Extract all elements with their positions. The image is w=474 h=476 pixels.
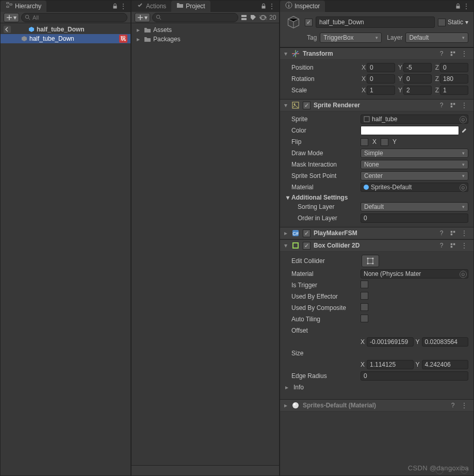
scene-row[interactable]: half_tube_Down — [1, 25, 130, 34]
project-folder-row[interactable]: ▸ Assets — [132, 25, 279, 35]
kebab-icon[interactable]: ⋮ — [460, 229, 468, 237]
help-icon[interactable]: ? — [437, 229, 446, 237]
help-icon[interactable]: ? — [437, 101, 446, 109]
fold-arrow-icon[interactable]: ▸ — [283, 402, 288, 409]
fold-arrow-icon[interactable]: ▾ — [283, 102, 288, 109]
hidden-eye-icon[interactable] — [259, 13, 267, 22]
filter-label-icon[interactable] — [250, 13, 257, 22]
position-y-field[interactable]: -5 — [403, 63, 432, 72]
fold-arrow-icon[interactable]: ▾ — [286, 194, 289, 201]
svg-rect-3 — [241, 18, 247, 20]
sortpoint-dropdown[interactable]: Center▾ — [361, 171, 468, 180]
fold-arrow-icon[interactable]: ▸ — [285, 384, 290, 391]
hierarchy-item[interactable]: half_tube_Down 玩 — [1, 34, 130, 43]
object-picker-icon[interactable]: ⊙ — [460, 271, 467, 278]
presets-icon[interactable] — [449, 101, 457, 109]
size-y-field[interactable]: 4.242406 — [422, 360, 468, 369]
active-checkbox[interactable] — [305, 19, 313, 26]
rotation-x-field[interactable]: 0 — [367, 74, 395, 84]
object-picker-icon[interactable]: ⊙ — [460, 184, 467, 191]
actions-tab[interactable]: Actions — [132, 1, 171, 12]
color-field[interactable] — [361, 126, 459, 135]
gameobject-name-field[interactable]: half_tube_Down — [316, 17, 435, 28]
orderinlayer-field[interactable]: 0 — [361, 214, 468, 223]
offset-y-field[interactable]: 0.02083564 — [422, 337, 468, 347]
presets-icon[interactable] — [449, 241, 457, 250]
scale-z-field[interactable]: 1 — [440, 86, 468, 95]
fold-arrow-icon[interactable]: ▸ — [137, 36, 142, 43]
kebab-icon[interactable]: ⋮ — [119, 2, 127, 10]
search-input[interactable] — [21, 13, 127, 22]
fold-arrow-icon[interactable]: ▸ — [283, 229, 288, 237]
sortinglayer-dropdown[interactable]: Default▾ — [361, 202, 468, 211]
lock-icon[interactable] — [111, 2, 119, 10]
playmaker-header[interactable]: ▸ C# PlayMakerFSM ? ⋮ — [280, 227, 473, 239]
filter-type-icon[interactable] — [240, 13, 248, 22]
istrigger-checkbox[interactable] — [361, 281, 368, 288]
kebab-icon[interactable]: ⋮ — [460, 101, 468, 109]
rotation-z-field[interactable]: 180 — [440, 74, 468, 84]
sprite-object-field[interactable]: half_tube ⊙ — [361, 114, 468, 124]
search-input[interactable] — [152, 13, 238, 22]
fold-arrow-icon[interactable]: ▸ — [137, 26, 142, 34]
add-button[interactable]: ▾ — [135, 13, 150, 22]
autotiling-checkbox[interactable] — [361, 315, 368, 322]
tag-dropdown[interactable]: TriggerBox ▾ — [320, 32, 382, 43]
object-picker-icon[interactable]: ⊙ — [460, 116, 467, 123]
additional-settings-header[interactable]: ▾ Additional Settings — [285, 194, 468, 201]
fold-arrow-icon[interactable]: ▾ — [283, 242, 288, 249]
presets-icon[interactable] — [449, 229, 457, 237]
layer-dropdown[interactable]: Default ▾ — [405, 32, 468, 43]
fold-arrow-icon[interactable]: ▾ — [283, 50, 288, 57]
bc-material-field[interactable]: None (Physics Mater ⊙ — [361, 269, 468, 278]
kebab-icon[interactable]: ⋮ — [462, 2, 470, 10]
kebab-icon[interactable]: ⋮ — [460, 401, 468, 409]
kebab-icon[interactable]: ⋮ — [268, 2, 276, 10]
spriterenderer-header[interactable]: ▾ Sprite Renderer ? ⋮ — [280, 99, 473, 111]
project-folder-row[interactable]: ▸ Packages — [132, 35, 279, 44]
component-enabled-checkbox[interactable] — [303, 229, 310, 237]
help-icon[interactable]: ? — [437, 241, 446, 250]
boxcollider-header[interactable]: ▾ Box Collider 2D ? ⋮ — [280, 239, 473, 252]
mask-dropdown[interactable]: None▾ — [361, 160, 468, 169]
inspector-tab[interactable]: Inspector — [280, 1, 325, 12]
component-enabled-checkbox[interactable] — [303, 242, 310, 250]
hierarchy-search-field[interactable] — [32, 14, 124, 21]
lock-icon[interactable] — [454, 2, 462, 10]
flip-y-checkbox[interactable] — [381, 138, 388, 146]
help-icon[interactable]: ? — [437, 50, 446, 58]
transform-header[interactable]: ▾ Transform ? ⋮ — [280, 47, 473, 60]
component-enabled-checkbox[interactable] — [303, 102, 310, 109]
usedbycomposite-checkbox[interactable] — [361, 303, 368, 311]
edgeradius-field[interactable]: 0 — [361, 371, 468, 381]
position-z-field[interactable]: 0 — [440, 63, 468, 72]
editcollider-label: Edit Collider — [291, 257, 357, 265]
flip-x-checkbox[interactable] — [361, 138, 368, 146]
hierarchy-tree: half_tube_Down half_tube_Down 玩 — [1, 23, 130, 475]
material-object-field[interactable]: Sprites-Default ⊙ — [361, 183, 468, 192]
edgeradius-label: Edge Radius — [285, 372, 357, 380]
offset-x-field[interactable]: -0.001969159 — [367, 337, 413, 347]
hierarchy-tab[interactable]: Hierarchy — [1, 1, 46, 12]
material-footer-header[interactable]: ▸ Sprites-Default (Material) ? ⋮ — [280, 399, 473, 412]
back-arrow-icon[interactable] — [4, 26, 11, 33]
editcollider-button[interactable] — [362, 255, 379, 267]
usedbyeffector-checkbox[interactable] — [361, 292, 368, 300]
kebab-icon[interactable]: ⋮ — [460, 241, 468, 250]
presets-icon[interactable] — [449, 50, 457, 58]
static-checkbox[interactable] — [438, 19, 446, 26]
position-x-field[interactable]: 0 — [367, 63, 395, 72]
size-x-field[interactable]: 1.114125 — [367, 360, 413, 369]
add-button[interactable]: ▾ — [4, 13, 19, 22]
rotation-y-field[interactable]: 0 — [403, 74, 432, 84]
static-toggle[interactable]: Static ▾ — [438, 19, 468, 26]
scale-y-field[interactable]: 2 — [403, 86, 432, 95]
scale-x-field[interactable]: 1 — [367, 86, 395, 95]
eyedropper-icon[interactable] — [461, 127, 468, 134]
drawmode-dropdown[interactable]: Simple▾ — [361, 149, 468, 158]
project-tab[interactable]: Project — [171, 1, 210, 12]
kebab-icon[interactable]: ⋮ — [460, 50, 468, 58]
lock-icon[interactable] — [259, 2, 268, 10]
project-search-field[interactable] — [164, 14, 235, 21]
help-icon[interactable]: ? — [449, 401, 457, 409]
